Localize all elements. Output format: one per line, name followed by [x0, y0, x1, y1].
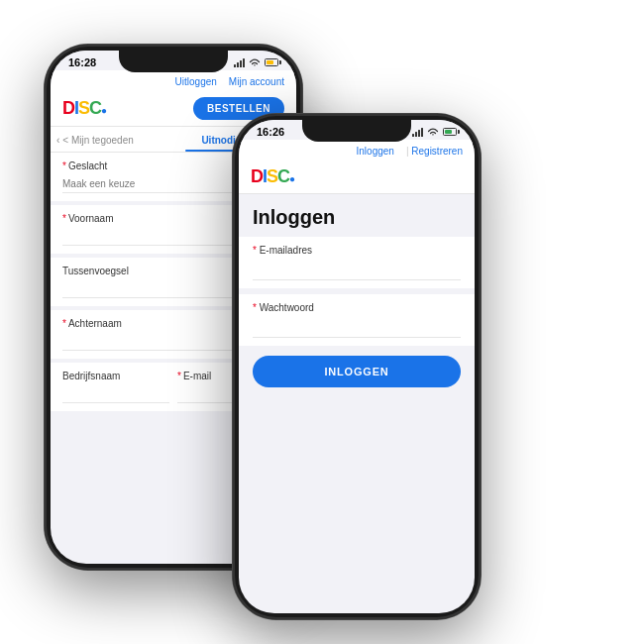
phone-2-notch — [302, 120, 411, 142]
req-star-email: * — [253, 245, 260, 256]
wachtwoord-field-group: * Wachtwoord — [239, 294, 475, 346]
inloggen-button[interactable]: INLOGGEN — [253, 356, 461, 387]
phone-2-status-icons — [412, 128, 457, 137]
bedrijfsnaam-label: Bedrijfsnaam — [62, 371, 169, 381]
inloggen-link[interactable]: Inloggen — [357, 146, 394, 157]
tussenvoegsel-text: Tussenvoegsel — [62, 266, 129, 276]
required-star-4: * — [177, 371, 181, 381]
voornaam-text: Voornaam — [68, 213, 114, 224]
logo-s-2: S — [267, 166, 277, 186]
wifi-icon-2 — [427, 128, 439, 137]
phone-2-form: Inloggen * E-mailadres * Wachtwoord — [239, 194, 475, 397]
bedrijfsnaam-text: Bedrijfsnaam — [62, 371, 120, 381]
req-star-pass: * — [253, 302, 260, 313]
phone-2-screen: 16:26 — [239, 120, 475, 613]
phone-2: 16:26 — [233, 114, 481, 619]
disc-logo-2: DISC● — [251, 166, 294, 187]
battery-fill-2 — [445, 130, 452, 134]
required-star: * — [62, 161, 66, 171]
logo-c-2: C — [277, 166, 289, 186]
registreren-link[interactable]: Registreren — [406, 146, 463, 157]
logo-d: D — [62, 98, 74, 118]
logo-c: C — [89, 98, 101, 118]
tab-mijn-tegoeden[interactable]: ‹ < Mijn tegoeden — [51, 127, 173, 152]
bedrijfsnaam-input[interactable] — [62, 385, 169, 403]
bedrijfsnaam-field: Bedrijfsnaam — [62, 371, 169, 403]
logo-d-2: D — [251, 166, 263, 186]
wachtwoord-label: * Wachtwoord — [253, 302, 461, 313]
required-star-3: * — [62, 318, 66, 329]
logo-s: S — [78, 98, 89, 118]
emailadres-text: E-mailadres — [260, 245, 312, 256]
battery-fill — [267, 60, 273, 64]
tab1-label: < Mijn tegoeden — [62, 135, 133, 146]
uitloggen-link[interactable]: Uitloggen — [175, 76, 217, 87]
required-star-2: * — [62, 213, 66, 224]
email-text: E-mail — [183, 371, 211, 381]
scene: 16:28 — [25, 15, 619, 629]
battery-icon-2 — [443, 128, 457, 136]
logo-dot: ● — [101, 105, 106, 116]
login-title: Inloggen — [239, 194, 475, 237]
phone-1-notch — [119, 51, 228, 72]
disc-logo-1: DISC● — [62, 98, 106, 119]
emailadres-label: * E-mailadres — [253, 245, 461, 256]
signal-icon-2 — [412, 128, 423, 137]
email-field-group: * E-mailadres — [239, 237, 475, 288]
geslacht-text: Geslacht — [68, 161, 107, 171]
wachtwoord-input[interactable] — [253, 317, 461, 338]
chevron-left-icon: ‹ — [56, 135, 59, 146]
signal-icon — [234, 58, 245, 67]
phone-2-nav: Inloggen Registreren — [239, 140, 475, 161]
phone-1-status-icons — [234, 58, 278, 67]
tab-back-icon: ‹ < Mijn tegoeden — [56, 135, 167, 146]
phone-1-nav: Uitloggen Mijn account — [51, 70, 296, 91]
mijn-account-link[interactable]: Mijn account — [229, 76, 284, 87]
logo-dot-2: ● — [289, 173, 294, 184]
phone-1-time: 16:28 — [68, 56, 96, 68]
phone-2-header: DISC● — [239, 161, 475, 194]
emailadres-input[interactable] — [253, 260, 461, 280]
wachtwoord-text: Wachtwoord — [260, 302, 314, 313]
phone-2-time: 16:26 — [257, 126, 284, 138]
achternaam-text: Achternaam — [68, 318, 122, 329]
wifi-icon — [249, 58, 261, 67]
battery-icon — [265, 58, 278, 66]
